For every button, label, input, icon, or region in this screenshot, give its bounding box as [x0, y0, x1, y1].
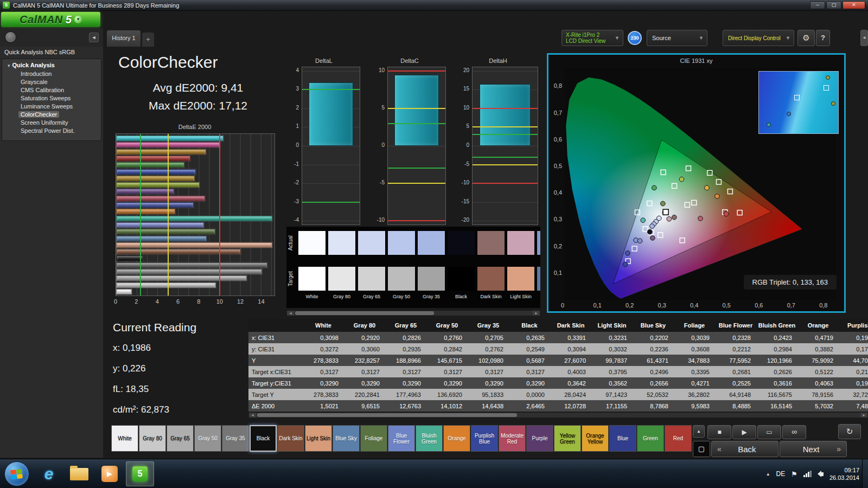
tree-root-label: Quick Analysis [12, 62, 55, 68]
next-button[interactable]: Next » [780, 441, 847, 457]
patch-button-black[interactable]: Black [250, 425, 277, 452]
back-button[interactable]: « Back [711, 441, 778, 457]
sidebar-item-grayscale[interactable]: Grayscale [2, 78, 101, 86]
grid-line [473, 221, 538, 221]
deltae-bar-cyan [116, 136, 224, 141]
patch-button-gray-50[interactable]: Gray 50 [194, 425, 221, 452]
patch-button-bluish-green[interactable]: Bluish Green [416, 425, 443, 452]
table-row: Y278,3833232,8257188,8966145,6715102,098… [248, 355, 868, 366]
current-reading-title: Current Reading [113, 321, 196, 334]
next-label: Next [786, 445, 837, 454]
display-control-dropdown[interactable]: Direct Display Control ▼ [723, 30, 794, 46]
calman-logo[interactable]: CalMAN 5 ▼ [1, 12, 100, 27]
sidebar-item-colorchecker[interactable]: ColorChecker [2, 111, 101, 119]
patch-button-blue[interactable]: Blue [609, 425, 636, 452]
table-cell: 0,2935 [385, 346, 426, 352]
patch-button-light-skin[interactable]: Light Skin [305, 425, 332, 452]
stop-button[interactable]: ■ [707, 425, 731, 439]
logo-dropdown-icon[interactable]: ▼ [74, 16, 82, 23]
patch-button-gray-35[interactable]: Gray 35 [222, 425, 249, 452]
refresh-button[interactable]: ↻ [838, 424, 861, 439]
sidebar-item-luminance-sweeps[interactable]: Luminance Sweeps [2, 102, 101, 111]
help-button[interactable]: ? [816, 30, 830, 46]
tab-history[interactable]: History 1 [106, 30, 141, 47]
scroll-right-icon[interactable]: ► [533, 311, 540, 316]
table-cell: 0,3094 [550, 346, 591, 352]
sidebar-collapse-button[interactable]: ◄ [89, 33, 99, 42]
patch-button-orange[interactable]: Orange [443, 425, 470, 452]
swatch-label: White [298, 294, 326, 299]
patch-button-gray-65[interactable]: Gray 65 [167, 425, 194, 452]
patch-button-moderate-red[interactable]: Moderate Red [499, 425, 526, 452]
measured-point [626, 251, 630, 256]
patch-button-white[interactable]: White [111, 425, 138, 452]
column-header: Blue Sky [633, 322, 674, 329]
meter-status-badge[interactable]: 230 [628, 31, 642, 45]
scroll-left-icon[interactable]: ◄ [287, 311, 294, 316]
scrollbar-thumb[interactable] [257, 413, 517, 417]
sidebar-item-cms-calibration[interactable]: CMS Calibration [2, 86, 101, 94]
maximize-button[interactable]: ▢ [826, 1, 841, 9]
x-tick-label: 0 [114, 298, 117, 305]
patch-button-dark-skin[interactable]: Dark Skin [277, 425, 304, 452]
workflow-menu-button[interactable] [5, 31, 16, 43]
sidebar-item-saturation-sweeps[interactable]: Saturation Sweeps [2, 94, 101, 102]
source-dropdown[interactable]: Source ▼ [647, 30, 707, 46]
taskbar-item-calman[interactable]: 5 [126, 461, 154, 486]
start-button[interactable] [4, 461, 29, 486]
tree-root-item[interactable]: ▾Quick Analysis [2, 61, 101, 70]
table-scrollbar[interactable]: ◄ ► [248, 412, 868, 418]
table-cell: 5,7032 [797, 403, 839, 409]
patch-button-foliage[interactable]: Foliage [360, 425, 387, 452]
settings-button[interactable]: ⚙ [797, 30, 815, 46]
patch-button-orange-yellow[interactable]: Orange Yellow [582, 425, 609, 452]
delta-h-plot [472, 67, 538, 225]
scrollbar-thumb[interactable] [295, 311, 434, 315]
language-indicator[interactable]: DE [776, 470, 786, 478]
pattern-window-button[interactable]: ▢ [693, 441, 710, 457]
patch-button-red[interactable]: Red [665, 425, 692, 452]
clock[interactable]: 09:17 26.03.2014 [829, 466, 859, 481]
table-cell: 0,3290 [426, 380, 468, 387]
patch-button-label: Green [643, 435, 658, 441]
x-tick-label: 0,1 [593, 302, 602, 309]
swatch-label: Gray 50 [388, 294, 415, 299]
add-tab-button[interactable]: + [142, 32, 155, 47]
patch-button-gray-80[interactable]: Gray 80 [139, 425, 166, 452]
sidebar: Quick Analysis NBC sRGB ▾Quick Analysis … [0, 47, 103, 458]
table-cell: 0,3127 [509, 369, 550, 375]
taskbar-item-internet-explorer[interactable]: e [35, 461, 63, 486]
patch-button-green[interactable]: Green [637, 425, 664, 452]
patch-button-yellow-green[interactable]: Yellow Green [554, 425, 581, 452]
loop-button[interactable]: ∞ [782, 425, 806, 439]
hidden-icons-button[interactable]: ▲ [766, 472, 770, 477]
patch-button-purplish-blue[interactable]: Purplish Blue [471, 425, 498, 452]
pattern-button[interactable]: ▭ [757, 425, 781, 439]
sidebar-item-spectral-power-dist-[interactable]: Spectral Power Dist. [2, 127, 101, 135]
taskbar-item-media-player[interactable]: ▶ [95, 461, 124, 486]
minimize-button[interactable]: – [810, 1, 825, 9]
scroll-up-button[interactable]: ▲ [693, 425, 705, 438]
show-desktop-button[interactable] [862, 459, 868, 488]
panel-edge-tab[interactable]: ◄ [860, 30, 868, 46]
patch-button-purple[interactable]: Purple [526, 425, 553, 452]
inset-target-point [824, 85, 829, 91]
table-cell: 0,3231 [591, 335, 633, 341]
sidebar-item-introduction[interactable]: Introduction [2, 70, 101, 78]
play-button[interactable]: ▶ [732, 425, 756, 439]
taskbar-item-explorer[interactable] [65, 461, 93, 486]
table-cell: 14,6438 [468, 403, 509, 409]
deltae-bar-orange-yellow [116, 176, 195, 181]
volume-icon[interactable] [818, 471, 824, 477]
patch-button-blue-sky[interactable]: Blue Sky [333, 425, 360, 452]
close-button[interactable]: ✕ [843, 1, 865, 9]
action-center-flag-icon[interactable]: ⚑ [791, 470, 797, 478]
network-icon[interactable] [803, 471, 812, 477]
meter-dropdown[interactable]: X-Rite i1Pro 2 LCD Direct View ▼ [561, 30, 623, 46]
scroll-right-icon[interactable]: ► [860, 413, 867, 418]
scroll-left-icon[interactable]: ◄ [249, 413, 256, 418]
sidebar-item-screen-uniformity[interactable]: Screen Uniformity [2, 119, 101, 127]
delta-e-x-axis: 02468101214 [116, 298, 275, 306]
swatch-scrollbar[interactable]: ◄ ► [286, 310, 540, 316]
patch-button-blue-flower[interactable]: Blue Flower [388, 425, 415, 452]
